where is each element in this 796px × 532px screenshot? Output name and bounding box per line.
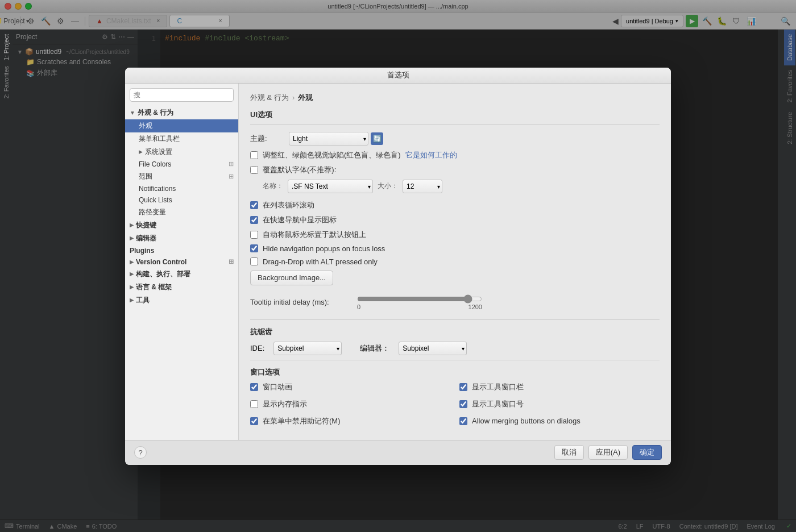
nav-item-appearance[interactable]: 外观 <box>125 119 238 132</box>
show-icons-label: 在快速导航中显示图标 <box>263 215 337 225</box>
font-settings-row: 名称： .SF NS Text 大小： 10 11 12 13 14 <box>263 180 660 193</box>
help-button[interactable]: ? <box>134 446 147 459</box>
color-blind-checkbox[interactable] <box>250 151 258 159</box>
nav-icon-settings: ⊞ <box>229 160 234 168</box>
dialog-content: 外观 & 行为 › 外观 UI选项 主题: Light Darcula <box>239 84 671 440</box>
nav-item-path-vars[interactable]: 路径变量 <box>125 206 238 219</box>
slider-min: 0 <box>357 304 360 310</box>
ide-aa-wrapper: None Grayscale Subpixel <box>273 342 342 355</box>
nav-search <box>130 88 234 102</box>
nav-notifications-label: Notifications <box>139 185 176 193</box>
theme-sync-btn[interactable]: 🔄 <box>371 132 383 145</box>
nav-section-shortcut[interactable]: ▶ 快捷键 <box>125 219 238 232</box>
font-name-label: 名称： <box>263 181 283 191</box>
tooltip-slider[interactable] <box>357 294 482 304</box>
font-name-wrapper: .SF NS Text <box>288 180 373 193</box>
window-anim-checkbox[interactable] <box>250 383 258 391</box>
breadcrumb-sep: › <box>292 93 295 102</box>
show-icons-checkbox[interactable] <box>250 216 258 224</box>
nav-menus-label: 菜单和工具栏 <box>139 134 180 144</box>
font-size-wrapper: 10 11 12 13 14 <box>403 180 442 193</box>
disable-mnemonic-checkbox[interactable] <box>250 417 258 425</box>
bg-image-btn[interactable]: Background Image... <box>250 271 333 285</box>
drag-drop-checkbox[interactable] <box>250 257 258 265</box>
show-toolwindow-num-checkbox[interactable] <box>459 400 467 408</box>
slider-labels: 0 1200 <box>357 304 482 310</box>
override-font-row: 覆盖默认字体(不推荐): <box>250 165 660 175</box>
nav-path-vars-label: 路径变量 <box>139 207 166 217</box>
show-toolwindow-bar-checkbox[interactable] <box>459 383 467 391</box>
nav-item-menus[interactable]: 菜单和工具栏 <box>125 132 238 146</box>
window-divider <box>250 360 660 360</box>
editor-aa-select[interactable]: None Grayscale Subpixel <box>399 342 467 355</box>
ide-aa-select[interactable]: None Grayscale Subpixel <box>273 342 342 355</box>
font-name-select[interactable]: .SF NS Text <box>288 180 373 193</box>
nav-item-notifications[interactable]: Notifications <box>125 183 238 194</box>
theme-select-wrapper: Light Darcula High Contrast 🔄 <box>289 132 383 146</box>
nav-item-file-colors[interactable]: File Colors ⊞ <box>125 159 238 170</box>
nav-system-label: ▶系统设置 <box>139 147 172 157</box>
system-arrow: ▶ <box>139 149 143 155</box>
color-blind-row: 调整红、绿颜色视觉缺陷(红色盲、绿色盲) 它是如何工作的 <box>250 150 660 160</box>
breadcrumb: 外观 & 行为 › 外观 <box>250 93 660 103</box>
footer-right: 取消 应用(A) 确定 <box>554 445 662 460</box>
font-size-label: 大小： <box>378 181 398 191</box>
nav-search-input[interactable] <box>130 88 234 102</box>
nav-section-editor[interactable]: ▶ 编辑器 <box>125 232 238 245</box>
tooltip-label: Tooltip initial delay (ms): <box>250 298 353 306</box>
merge-buttons-checkbox[interactable] <box>459 417 467 425</box>
antialiasing-divider <box>250 319 660 320</box>
nav-item-quick-lists[interactable]: Quick Lists <box>125 194 238 206</box>
dialog-footer: ? 取消 应用(A) 确定 <box>125 440 671 465</box>
nav-quick-lists-label: Quick Lists <box>139 196 172 204</box>
slider-max: 1200 <box>469 304 482 310</box>
show-toolwindow-num-row: 显示工具窗口号 <box>459 399 660 409</box>
build-arrow: ▶ <box>130 271 134 277</box>
override-font-checkbox[interactable] <box>250 166 258 174</box>
mouse-cursor-row: 自动将鼠标光标置于默认按钮上 <box>250 230 660 240</box>
cancel-button[interactable]: 取消 <box>554 445 584 460</box>
window-options-grid: 窗口动画 显示工具窗口栏 显示内存指示 显示工具窗口 <box>250 382 660 431</box>
tools-label: 工具 <box>136 296 150 305</box>
apply-button[interactable]: 应用(A) <box>588 445 628 460</box>
modal-overlay: 首选项 ▼ 外观 & 行为 外观 菜单和工具栏 <box>0 0 796 532</box>
merge-buttons-label: Allow merging buttons on dialogs <box>472 417 581 425</box>
list-wrap-checkbox[interactable] <box>250 201 258 209</box>
nav-section-language[interactable]: ▶ 语言 & 框架 <box>125 281 238 294</box>
antialiasing-title: 抗锯齿 <box>250 327 660 337</box>
nav-file-colors-label: File Colors <box>139 160 171 168</box>
font-size-select[interactable]: 10 11 12 13 14 <box>403 180 442 193</box>
nav-section-plugins[interactable]: Plugins <box>125 245 238 256</box>
theme-select[interactable]: Light Darcula High Contrast <box>289 132 368 146</box>
show-toolwindow-num-label: 显示工具窗口号 <box>472 399 524 409</box>
vcs-arrow: ▶ <box>130 259 134 265</box>
list-wrap-label: 在列表循环滚动 <box>263 200 314 210</box>
theme-label: 主题: <box>250 134 284 144</box>
nav-section-build[interactable]: ▶ 构建、执行、部署 <box>125 268 238 281</box>
ok-button[interactable]: 确定 <box>632 445 662 460</box>
shortcut-label: 快捷键 <box>136 221 156 230</box>
ide-aa-label: IDE: <box>250 344 264 352</box>
show-memory-row: 显示内存指示 <box>250 399 450 409</box>
list-wrap-row: 在列表循环滚动 <box>250 200 660 210</box>
nav-section-appearance[interactable]: ▼ 外观 & 行为 <box>125 106 238 119</box>
show-memory-checkbox[interactable] <box>250 400 258 408</box>
section-arrow: ▼ <box>130 110 135 116</box>
vcs-header-content: ▶ Version Control <box>130 258 186 266</box>
theme-row: 主题: Light Darcula High Contrast 🔄 <box>250 132 660 146</box>
dialog-title: 首选项 <box>387 70 409 80</box>
editor-arrow: ▶ <box>130 235 134 241</box>
nav-item-system[interactable]: ▶系统设置 <box>125 146 238 159</box>
nav-section-tools[interactable]: ▶ 工具 <box>125 294 238 307</box>
mouse-cursor-checkbox[interactable] <box>250 231 258 239</box>
merge-buttons-row: Allow merging buttons on dialogs <box>459 416 660 426</box>
footer-left: ? <box>134 446 147 459</box>
nav-section-vcs[interactable]: ▶ Version Control ⊞ <box>125 256 238 268</box>
how-it-works-link[interactable]: 它是如何工作的 <box>405 150 457 160</box>
nav-item-scope[interactable]: 范围 ⊞ <box>125 170 238 183</box>
disable-mnemonic-label: 在菜单中禁用助记符(M) <box>263 416 341 426</box>
hide-nav-popups-checkbox[interactable] <box>250 244 258 252</box>
window-anim-row: 窗口动画 <box>250 382 450 392</box>
color-blind-label: 调整红、绿颜色视觉缺陷(红色盲、绿色盲) <box>263 150 401 160</box>
hide-nav-popups-row: Hide navigation popups on focus loss <box>250 244 660 253</box>
